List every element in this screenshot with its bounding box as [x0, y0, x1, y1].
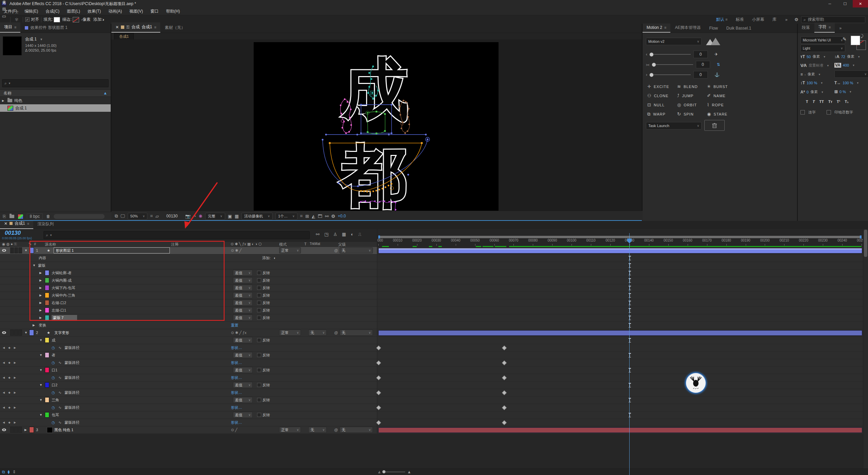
maximize-button[interactable]: ☐ [837, 0, 853, 7]
stopwatch-icon[interactable]: ◷ [52, 374, 55, 381]
chevron-down-icon[interactable]: ▾ [827, 64, 829, 67]
interpret-footage-icon[interactable]: ⎘ [3, 214, 6, 219]
mask-color-swatch[interactable] [45, 367, 49, 373]
chevron-down-icon[interactable]: ▾ [821, 90, 823, 94]
invert-checkbox[interactable]: 反转 [257, 337, 270, 344]
fill-swatch[interactable] [54, 17, 60, 22]
slider-knob[interactable] [649, 73, 654, 77]
close-button[interactable]: ✕ [853, 0, 868, 7]
mask-mode-select-box[interactable]: 差值∨ [233, 307, 253, 313]
sort-ascending-icon[interactable]: ▲ [103, 91, 107, 95]
invert-checkbox[interactable]: 反转 [257, 269, 270, 276]
parent-column[interactable]: 父级 [338, 242, 346, 247]
pickwhip-icon[interactable]: @ [334, 247, 338, 254]
camera-select[interactable]: 活动摄像机∨ [241, 213, 273, 220]
stopwatch-icon[interactable]: ◷ [52, 344, 55, 351]
mask-row[interactable]: ▶右烟-口2差值∨反转 [0, 299, 868, 307]
mask-mode-select-box[interactable]: 差值∨ [233, 270, 253, 276]
twirl-icon[interactable]: ▶ [39, 292, 42, 299]
mask-color-swatch[interactable] [45, 411, 49, 418]
pickwhip-icon[interactable]: @ [334, 329, 338, 336]
region-of-interest-icon[interactable]: ▣ [228, 214, 232, 219]
lock-icon[interactable]: ⚿ [126, 25, 129, 30]
primary-viewer-icon[interactable]: 🖵 [121, 213, 125, 219]
magnification-select[interactable]: 50%∨ [128, 213, 148, 220]
mask-mode-select-box[interactable]: 差值∨ [233, 412, 253, 418]
trkmat-select[interactable]: 无∨ [308, 329, 327, 336]
tab-composition[interactable]: ✕ ⚿ 合成 合成1 ≡ [111, 22, 160, 33]
grid-options-icon[interactable]: ⌗ [300, 213, 303, 219]
mode-select-box[interactable]: 正常∨ [279, 247, 301, 253]
parent-select[interactable]: 无∨ [340, 247, 373, 254]
mask-mode-select[interactable]: 差值∨ [233, 277, 253, 284]
mode-select[interactable]: 正常∨ [279, 329, 301, 336]
twirl-icon[interactable]: ▶ [39, 284, 42, 291]
graph-icon[interactable]: ∿ [58, 419, 61, 426]
mask-name[interactable]: 蒙版 7 [52, 314, 77, 321]
tab-render-queue[interactable]: 渲染队列 [33, 219, 58, 229]
mini-flowchart-icon[interactable]: ⚯ [316, 232, 320, 237]
font-family-select[interactable]: Microsoft YaHei UI∨ [800, 36, 845, 44]
mask-color-swatch[interactable] [45, 284, 49, 291]
invert-checkbox[interactable]: 反转 [257, 284, 270, 291]
trkmat-select[interactable]: 无∨ [308, 426, 327, 433]
keyframe-navigator[interactable]: ◀ ◆ ▶ [3, 389, 17, 396]
twirl-icon[interactable]: ▼ [39, 367, 42, 373]
font-style-select[interactable]: Light∨ [800, 45, 845, 52]
keyframe-diamond[interactable] [376, 346, 381, 350]
motion-button-null[interactable]: ⊡NULL [647, 102, 665, 107]
layer-switches[interactable]: ⊙ ╱ [231, 426, 237, 433]
maskpath-label[interactable]: 蒙版路径 [65, 359, 79, 366]
mask-color-swatch[interactable] [45, 314, 49, 321]
tab-Motion 2[interactable]: Motion 2≡ [643, 23, 670, 33]
camera-tool[interactable]: ◉ [0, 0, 8, 5]
mask-mode-select-box[interactable]: 差值∨ [233, 367, 253, 373]
type-style-button-5[interactable]: T₁ [845, 100, 848, 104]
pickwhip-icon[interactable]: @ [334, 426, 338, 433]
project-item-合成 1[interactable]: 合成 1 [0, 104, 111, 112]
layer-label-swatch[interactable] [29, 426, 34, 433]
layer-duration-bar[interactable] [378, 248, 862, 253]
motion-button-warp[interactable]: ⧉WARP [647, 111, 666, 117]
mask-mode-select-box[interactable]: 差值∨ [233, 382, 253, 388]
property-row[interactable]: ◀ ◆ ▶◷∿蒙版路径形状… [0, 389, 868, 397]
add-label[interactable]: 添加: [262, 254, 271, 261]
chevron-down-icon[interactable]: ▾ [819, 73, 820, 76]
invert-checkbox[interactable]: 反转 [257, 411, 270, 418]
mask-row[interactable]: ▶火锅轮廓-者差值∨反转 [0, 269, 868, 277]
mask-row[interactable]: ▶左烟-口1差值∨反转 [0, 307, 868, 314]
invert-checkbox[interactable]: 反转 [257, 314, 270, 321]
property-row[interactable]: ◀ ◆ ▶◷∿蒙版路径形状… [0, 344, 868, 352]
mode-column[interactable]: 模式 [279, 242, 287, 247]
slider-track[interactable] [652, 64, 693, 65]
project-item-纯色[interactable]: ▶纯色 [0, 97, 111, 104]
invert-checkbox[interactable]: 反转 [257, 292, 270, 299]
layer-duration-bar[interactable] [378, 427, 862, 433]
tab-AE脚本管理器[interactable]: AE脚本管理器 [671, 23, 705, 33]
track-area[interactable] [377, 367, 868, 374]
mask-color-swatch[interactable] [45, 292, 49, 299]
mask-mode-select-box[interactable]: 差值∨ [233, 352, 253, 358]
workspace-小屏幕[interactable]: 小屏幕 [748, 17, 768, 22]
twirl-icon[interactable]: ▶ [24, 426, 27, 433]
layer-row-3[interactable]: ▶3黑色 纯色 1⊙ ╱正常∨无∨@无∨ [0, 426, 868, 434]
menu-item-帮助(H)[interactable]: 帮助(H) [162, 8, 184, 14]
graph-icon[interactable]: ∿ [58, 389, 61, 396]
keyframe-diamond[interactable] [376, 360, 381, 365]
graph-icon[interactable]: ∿ [58, 344, 61, 351]
comp-timecode[interactable]: 00130 [166, 214, 178, 218]
close-icon[interactable]: ✕ [4, 221, 7, 226]
menu-item-编辑(E)[interactable]: 编辑(E) [21, 8, 42, 14]
keyframe-diamond[interactable] [376, 405, 381, 410]
twirl-icon[interactable]: ▶ [39, 277, 42, 284]
invert-checkbox[interactable]: 反转 [257, 307, 270, 314]
track-area[interactable] [377, 247, 868, 254]
motion-button-burst[interactable]: ✳BURST [707, 84, 728, 89]
layer-switches[interactable]: ⊙ ✱ ╱ ƒx [231, 329, 247, 336]
swap-fill-stroke-icon[interactable]: ⤸ [861, 34, 863, 38]
close-icon[interactable]: ✕ [115, 25, 119, 30]
frame-blend-icon[interactable]: ▦ [342, 232, 346, 237]
mask-color-swatch[interactable] [45, 307, 49, 314]
mask-visibility-icon[interactable]: ▱ [156, 214, 159, 219]
mountains-icon[interactable] [705, 37, 721, 46]
